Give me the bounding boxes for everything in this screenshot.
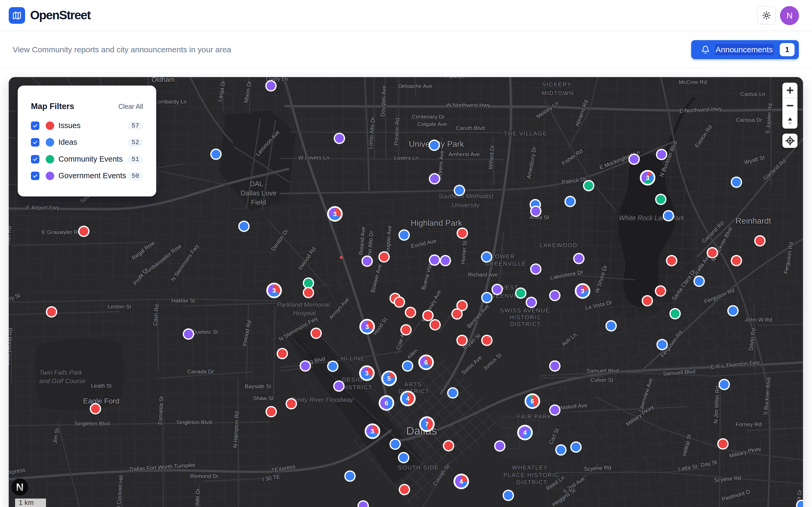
svg-text:Richard Ave: Richard Ave xyxy=(468,272,498,278)
svg-text:Singleton Blvd: Singleton Blvd xyxy=(176,419,212,425)
svg-text:3: 3 xyxy=(365,370,368,377)
svg-text:Halifax St: Halifax St xyxy=(171,297,195,303)
svg-text:Remond Dr: Remond Dr xyxy=(190,473,218,479)
svg-text:W Northwest Hwy: W Northwest Hwy xyxy=(446,102,490,108)
svg-text:6: 6 xyxy=(530,398,534,405)
svg-text:Singleton Blvd: Singleton Blvd xyxy=(74,420,110,427)
svg-text:PLACE HISTORIC: PLACE HISTORIC xyxy=(504,471,559,478)
svg-text:Centenary Dr: Centenary Dr xyxy=(412,114,445,120)
svg-text:LOWER: LOWER xyxy=(491,253,515,260)
svg-text:GREENVILLE: GREENVILLE xyxy=(485,260,526,267)
svg-text:4: 4 xyxy=(406,395,410,402)
svg-text:HI LINE: HI LINE xyxy=(341,355,365,362)
svg-text:3: 3 xyxy=(581,288,584,295)
svg-text:HISTORIC: HISTORIC xyxy=(510,314,542,321)
svg-text:Twin Falls Park: Twin Falls Park xyxy=(39,369,83,376)
svg-text:Cactus Ln: Cactus Ln xyxy=(741,91,765,97)
svg-text:McCree Rd: McCree Rd xyxy=(679,79,707,85)
svg-text:3: 3 xyxy=(272,287,276,294)
svg-text:Highland Park: Highland Park xyxy=(411,218,462,228)
svg-text:Oldham: Oldham xyxy=(151,77,175,83)
svg-text:3: 3 xyxy=(646,174,649,181)
svg-text:DAL -: DAL - xyxy=(250,180,267,188)
svg-text:4: 4 xyxy=(459,478,463,485)
svg-text:7: 7 xyxy=(425,420,428,428)
svg-text:6: 6 xyxy=(385,399,388,407)
svg-text:Lombardy Ln: Lombardy Ln xyxy=(154,99,187,105)
svg-text:W Lovers Ln: W Lovers Ln xyxy=(298,155,329,161)
svg-text:Park Ln: Park Ln xyxy=(445,77,464,79)
svg-text:Canada Dr: Canada Dr xyxy=(187,369,214,375)
svg-text:Southern Methodist: Southern Methodist xyxy=(438,192,494,200)
svg-text:University: University xyxy=(452,202,480,209)
svg-text:VICKERY: VICKERY xyxy=(542,81,571,88)
svg-text:Deloache Ave: Deloache Ave xyxy=(398,83,432,89)
svg-text:Forney Rd: Forney Rd xyxy=(735,421,762,427)
svg-text:SOUTH SIDE: SOUTH SIDE xyxy=(398,464,439,471)
svg-text:WHEATLEY: WHEATLEY xyxy=(512,464,548,471)
svg-text:3: 3 xyxy=(370,428,374,435)
svg-text:White Rock Lake Park: White Rock Lake Park xyxy=(619,214,684,222)
svg-text:Parkland Memorial: Parkland Memorial xyxy=(277,301,330,308)
svg-text:Amherst Ave: Amherst Ave xyxy=(449,151,480,157)
svg-text:Dallas Love: Dallas Love xyxy=(241,189,276,197)
svg-text:Quebec St: Quebec St xyxy=(192,329,218,335)
svg-text:Hospital: Hospital xyxy=(293,309,316,317)
svg-text:MIDTOWN: MIDTOWN xyxy=(542,90,573,96)
svg-text:Samuell Blvd: Samuell Blvd xyxy=(587,368,619,374)
svg-text:Field: Field xyxy=(251,198,266,206)
svg-text:DISTRICT: DISTRICT xyxy=(516,479,547,486)
svg-text:and Golf Course: and Golf Course xyxy=(39,377,86,385)
svg-text:FAIR PARK: FAIR PARK xyxy=(517,413,552,420)
svg-text:Caruth Blvd: Caruth Blvd xyxy=(456,125,485,131)
svg-text:Carissa Dr: Carissa Dr xyxy=(736,117,762,123)
svg-text:Bayside St: Bayside St xyxy=(245,383,271,389)
svg-text:Colgate Ave: Colgate Ave xyxy=(417,121,447,127)
svg-text:Lovers Ln: Lovers Ln xyxy=(394,155,418,161)
svg-text:ARTS: ARTS xyxy=(404,381,422,388)
svg-text:Leston St: Leston St xyxy=(108,303,132,309)
svg-text:E Grauwyler Rd: E Grauwyler Rd xyxy=(42,229,81,235)
svg-text:4: 4 xyxy=(523,429,527,436)
svg-text:LAKEWOOD: LAKEWOOD xyxy=(540,242,577,248)
svg-text:Reinhardt: Reinhardt xyxy=(735,216,771,226)
svg-text:John W Rd: John W Rd xyxy=(745,317,772,323)
svg-text:Leath St: Leath St xyxy=(91,383,111,389)
svg-text:Shaw St: Shaw St xyxy=(253,395,273,401)
svg-text:3: 3 xyxy=(333,211,337,218)
svg-text:Culver St: Culver St xyxy=(591,377,613,383)
svg-text:SWISS AVENUE: SWISS AVENUE xyxy=(500,307,550,314)
svg-text:THE VILLAGE: THE VILLAGE xyxy=(504,130,547,137)
svg-text:Eagle Ford: Eagle Ford xyxy=(83,397,119,405)
svg-text:5: 5 xyxy=(387,375,391,382)
svg-text:DISTRICT: DISTRICT xyxy=(341,384,372,391)
svg-text:E Airport Fwy: E Airport Fwy xyxy=(27,205,59,211)
svg-text:DISTRICT: DISTRICT xyxy=(510,321,541,327)
svg-text:6: 6 xyxy=(424,359,428,366)
svg-text:3: 3 xyxy=(365,323,369,330)
svg-text:Trinity River Floodway: Trinity River Floodway xyxy=(291,396,354,403)
